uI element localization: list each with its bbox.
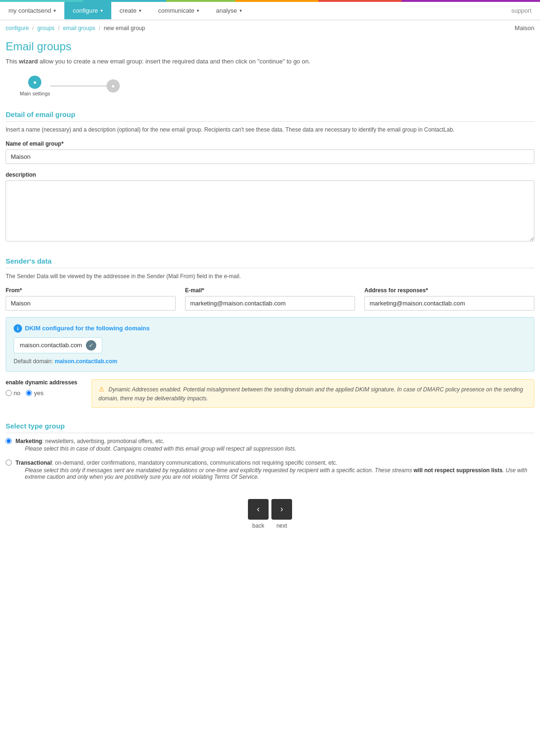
dkim-default: Default domain: maison.contactlab.com: [14, 358, 526, 365]
dynamic-addresses-section: enable dynamic addresses no yes ⚠ Dynami…: [6, 379, 534, 408]
nav-buttons: ‹ › back next: [6, 499, 534, 529]
breadcrumb-groups[interactable]: groups: [37, 25, 54, 31]
breadcrumb-configure[interactable]: configure: [6, 25, 29, 31]
transactional-option: Transactional: on-demand, order confirma…: [6, 459, 534, 480]
description-textarea[interactable]: [6, 180, 534, 242]
nav-analyse[interactable]: analyse ▾: [208, 2, 250, 19]
radio-group: no yes: [6, 390, 77, 397]
chevron-down-icon: ▾: [197, 8, 199, 13]
intro-text: This wizard allow you to create a new em…: [6, 57, 534, 66]
response-col: Address for responses*: [364, 287, 534, 311]
main-content: Email groups This wizard allow you to cr…: [0, 35, 540, 548]
description-label: description: [6, 171, 534, 178]
page-title: Email groups: [6, 40, 534, 53]
name-group: Name of email group*: [6, 140, 534, 164]
breadcrumb-bar: configure / groups / email groups / new …: [0, 21, 540, 35]
chevron-down-icon: ▾: [100, 8, 103, 13]
breadcrumb-current: new email group: [104, 25, 145, 31]
wizard-steps: ● Main settings ●: [6, 76, 534, 96]
marketing-note: Please select this in case of doubt. Cam…: [25, 445, 296, 452]
intro-bold: wizard: [19, 58, 38, 65]
warning-text: Dynamic Addresses enabled. Potential mis…: [99, 386, 523, 402]
breadcrumb-email-groups[interactable]: email groups: [63, 25, 95, 31]
nav-btn-row: ‹ ›: [248, 499, 292, 520]
marketing-option-text: Marketing: newsletters, advertising, pro…: [15, 437, 296, 445]
email-label: E-mail*: [185, 287, 355, 294]
next-button[interactable]: ›: [271, 499, 292, 520]
step-1-circle: ●: [28, 76, 41, 89]
transactional-text-wrapper: Transactional: on-demand, order confirma…: [15, 459, 534, 480]
enable-dynamic-label: enable dynamic addresses: [6, 379, 77, 386]
from-input[interactable]: [6, 296, 176, 311]
chevron-down-icon: ▾: [139, 8, 141, 13]
marketing-option: Marketing: newsletters, advertising, pro…: [6, 437, 534, 452]
response-label: Address for responses*: [364, 287, 534, 294]
from-label: From*: [6, 287, 176, 294]
nav-mycontactsend[interactable]: my contactsend ▾: [0, 2, 64, 19]
sender-section-title: Sender's data: [6, 257, 534, 268]
transactional-option-text: Transactional: on-demand, order confirma…: [15, 459, 534, 467]
description-group: description: [6, 171, 534, 243]
sender-section-desc: The Sender Data will be viewed by the ad…: [6, 272, 534, 281]
check-icon: ✓: [86, 340, 96, 351]
next-label: next: [271, 522, 292, 529]
nav-configure[interactable]: configure ▾: [64, 2, 111, 19]
chevron-down-icon: ▾: [239, 8, 242, 13]
warning-box: ⚠ Dynamic Addresses enabled. Potential m…: [92, 379, 534, 408]
nav-support[interactable]: support: [503, 2, 540, 19]
breadcrumb: configure / groups / email groups / new …: [6, 25, 145, 31]
transactional-radio[interactable]: [6, 460, 12, 466]
step-1-label: Main settings: [20, 91, 50, 96]
step-connector: [50, 86, 107, 86]
nav-communicate[interactable]: communicate ▾: [150, 2, 208, 19]
type-section: Select type group Marketing: newsletters…: [6, 422, 534, 480]
radio-yes-option[interactable]: yes: [26, 390, 43, 397]
marketing-radio[interactable]: [6, 438, 12, 444]
dkim-box: i DKIM configured for the following doma…: [6, 317, 534, 372]
top-navigation: my contactsend ▾ configure ▾ create ▾ co…: [0, 2, 540, 21]
email-col: E-mail*: [185, 287, 355, 311]
from-col: From*: [6, 287, 176, 311]
marketing-text-wrapper: Marketing: newsletters, advertising, pro…: [15, 437, 296, 452]
type-section-title: Select type group: [6, 422, 534, 433]
radio-no[interactable]: [6, 390, 12, 396]
dkim-title: i DKIM configured for the following doma…: [14, 324, 526, 333]
step-1: ● Main settings: [20, 76, 50, 96]
chevron-down-icon: ▾: [54, 8, 56, 13]
step-2: ●: [107, 79, 120, 93]
back-label: back: [248, 522, 269, 529]
response-input[interactable]: [364, 296, 534, 311]
step-2-circle: ●: [107, 79, 120, 93]
warning-icon: ⚠: [99, 385, 105, 393]
radio-yes[interactable]: [26, 390, 32, 396]
detail-section: Detail of email group Insert a name (nec…: [6, 110, 534, 243]
back-button[interactable]: ‹: [248, 499, 269, 520]
name-label: Name of email group*: [6, 140, 534, 147]
transactional-note: Please select this only if messages sent…: [25, 467, 534, 480]
info-icon: i: [14, 324, 22, 333]
dynamic-left: enable dynamic addresses no yes: [6, 379, 77, 397]
sender-form-row: From* E-mail* Address for responses*: [6, 287, 534, 311]
detail-section-desc: Insert a name (necessary) and a descript…: [6, 125, 534, 134]
dkim-domain-row: maison.contactlab.com ✓: [14, 337, 526, 353]
dkim-domain-pill: maison.contactlab.com ✓: [14, 337, 102, 353]
dkim-default-domain: maison.contactlab.com: [54, 358, 117, 365]
nav-create[interactable]: create ▾: [111, 2, 150, 19]
user-name: Maison: [515, 24, 534, 31]
email-input[interactable]: [185, 296, 355, 311]
radio-no-option[interactable]: no: [6, 390, 20, 397]
sender-section: Sender's data The Sender Data will be vi…: [6, 257, 534, 408]
detail-section-title: Detail of email group: [6, 110, 534, 122]
nav-btn-labels: back next: [248, 522, 292, 529]
name-input[interactable]: [6, 149, 534, 164]
